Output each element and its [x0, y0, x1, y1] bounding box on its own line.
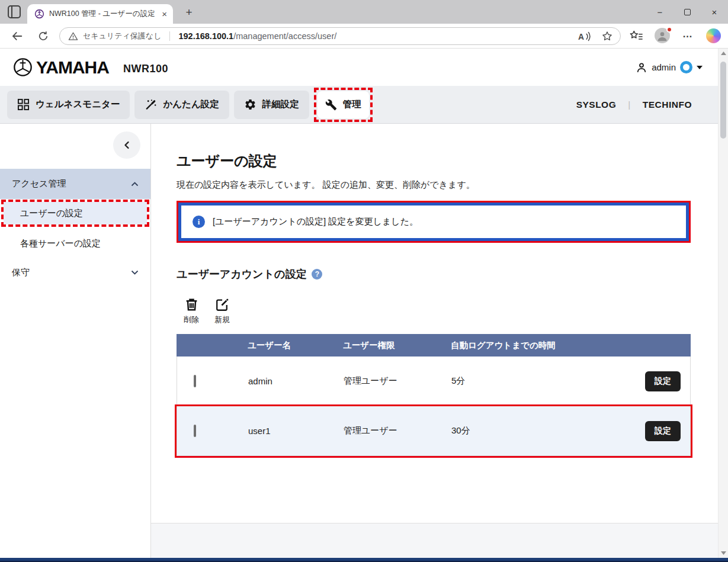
page-description: 現在の設定内容を表示しています。 設定の追加、変更、削除ができます。 — [177, 179, 691, 191]
address-bar[interactable]: セキュリティ保護なし 192.168.100.1/management/acce… — [59, 27, 621, 45]
row-checkbox[interactable] — [194, 375, 196, 387]
chevron-down-icon — [131, 270, 139, 275]
edit-new-icon — [215, 297, 230, 312]
section-title: ユーザーアカウントの設定 — [177, 267, 306, 281]
page-footer — [151, 523, 718, 562]
app-header: YAMAHA NWR100 admin — [0, 49, 718, 86]
gear-icon — [244, 98, 256, 111]
favorites-bar-button[interactable] — [629, 30, 643, 42]
cell-timeout: 30分 — [451, 425, 624, 436]
tab-actions-icon[interactable] — [8, 5, 21, 18]
annotation-box-nav-management: 管理 — [314, 88, 373, 122]
user-icon — [636, 62, 647, 73]
new-tab-button[interactable]: + — [181, 5, 197, 20]
syslog-link[interactable]: SYSLOG — [576, 99, 617, 110]
username-label: admin — [652, 62, 676, 72]
delete-label: 削除 — [184, 314, 199, 325]
read-aloud-button[interactable]: A — [578, 31, 592, 42]
cell-role: 管理ユーザー — [344, 375, 451, 387]
nav-label: 管理 — [343, 98, 361, 111]
page-title: ユーザーの設定 — [177, 152, 691, 171]
page-body: アクセス管理 ユーザーの設定 各種サーバーの設定 保守 — [0, 124, 718, 562]
favicon-yamaha-icon — [34, 9, 44, 19]
brand-text: YAMAHA — [36, 57, 109, 78]
sidebar-item-label: ユーザーの設定 — [20, 208, 83, 219]
nav-label: かんたん設定 — [163, 98, 219, 111]
table-header-row: ユーザー名 ユーザー権限 自動ログアウトまでの時間 — [177, 334, 691, 357]
sidebar-group-access-management[interactable]: アクセス管理 — [0, 169, 150, 199]
nav-advanced-settings[interactable]: 詳細設定 — [234, 91, 309, 119]
trash-icon — [184, 297, 199, 312]
row-checkbox[interactable] — [194, 425, 196, 437]
tab-close-icon[interactable]: × — [162, 9, 167, 18]
annotation-box-sidebar-user-settings: ユーザーの設定 — [1, 200, 149, 227]
browser-window: NWR100 管理 - ユーザーの設定 × + − × セキュリティ保護な — [0, 0, 728, 562]
close-button[interactable]: × — [701, 0, 728, 24]
nav-label: ウェルネスモニター — [36, 98, 120, 111]
nav-links-separator: | — [628, 99, 631, 110]
cell-role: 管理ユーザー — [344, 425, 451, 436]
sidebar-collapse-button[interactable] — [113, 131, 140, 159]
sidebar-group-label: アクセス管理 — [12, 178, 66, 190]
sidebar-item-label: 各種サーバーの設定 — [20, 238, 101, 249]
main-nav: ウェルネスモニター かんたん設定 詳細設定 管理 SYSLOG — [0, 86, 718, 124]
browser-toolbar: セキュリティ保護なし 192.168.100.1/management/acce… — [0, 24, 728, 49]
scroll-down-button[interactable] — [719, 551, 728, 555]
maximize-icon — [684, 9, 691, 15]
chevron-up-icon — [131, 182, 139, 187]
back-button[interactable] — [11, 30, 24, 43]
chevron-left-icon — [123, 141, 130, 149]
scroll-up-button[interactable] — [719, 52, 728, 55]
yamaha-brand[interactable]: YAMAHA — [13, 57, 109, 78]
url-text: 192.168.100.1/management/access/user/ — [178, 31, 336, 41]
security-label: セキュリティ保護なし — [83, 31, 161, 41]
bookmark-star-button[interactable] — [601, 30, 613, 42]
cell-username: admin — [248, 376, 344, 386]
nav-management[interactable]: 管理 — [318, 91, 369, 118]
cell-timeout: 5分 — [451, 375, 624, 387]
nav-wellness-monitor[interactable]: ウェルネスモニター — [7, 91, 130, 119]
refresh-button[interactable] — [37, 30, 49, 42]
cell-username: user1 — [248, 426, 344, 436]
notice-banner: i [ユーザーアカウントの設定] 設定を変更しました。 — [178, 203, 689, 241]
url-path: /management/access/user/ — [233, 31, 336, 41]
browser-tab[interactable]: NWR100 管理 - ユーザーの設定 × — [27, 4, 173, 24]
user-table: ユーザー名 ユーザー権限 自動ログアウトまでの時間 admin 管理ユーザー 5… — [177, 334, 691, 456]
sidebar-item-user-settings[interactable]: ユーザーの設定 — [4, 202, 147, 224]
more-menu-button[interactable]: … — [682, 28, 693, 40]
dashboard-icon — [17, 98, 30, 111]
table-row-admin: admin 管理ユーザー 5分 設定 — [177, 357, 691, 406]
sidebar-group-maintenance[interactable]: 保守 — [0, 259, 150, 286]
nav-label: 詳細設定 — [262, 98, 299, 111]
scrollbar-thumb[interactable] — [720, 62, 726, 139]
sidebar-item-server-settings[interactable]: 各種サーバーの設定 — [0, 232, 150, 255]
profile-avatar[interactable] — [655, 28, 671, 44]
notification-dot — [666, 27, 672, 33]
techinfo-link[interactable]: TECHINFO — [643, 99, 692, 110]
notice-text: [ユーザーアカウントの設定] 設定を変更しました。 — [213, 216, 418, 227]
nav-easy-setup[interactable]: かんたん設定 — [134, 91, 229, 119]
window-controls: − × — [646, 0, 728, 24]
copilot-button[interactable] — [706, 28, 721, 43]
wand-icon — [145, 98, 157, 111]
row-settings-button[interactable]: 設定 — [645, 421, 681, 441]
help-button[interactable]: ? — [312, 269, 322, 280]
caret-down-icon — [697, 66, 703, 69]
status-ring-icon — [680, 61, 692, 73]
url-host: 192.168.100.1 — [178, 31, 233, 41]
main-content: ユーザーの設定 現在の設定内容を表示しています。 設定の追加、変更、削除ができま… — [151, 124, 718, 562]
scrollbar[interactable] — [718, 49, 728, 558]
yamaha-logo-icon — [13, 57, 33, 77]
header-role: ユーザー権限 — [343, 340, 451, 351]
tab-strip: NWR100 管理 - ユーザーの設定 × + − × — [0, 0, 728, 24]
annotation-box-notice: i [ユーザーアカウントの設定] 設定を変更しました。 — [177, 201, 691, 243]
wrench-icon — [325, 99, 337, 111]
row-settings-button[interactable]: 設定 — [645, 371, 681, 391]
delete-button[interactable]: 削除 — [184, 297, 199, 325]
user-menu[interactable]: admin — [636, 61, 703, 73]
sidebar: アクセス管理 ユーザーの設定 各種サーバーの設定 保守 — [0, 124, 151, 562]
model-label: NWR100 — [123, 63, 168, 75]
maximize-button[interactable] — [674, 0, 701, 24]
new-button[interactable]: 新規 — [214, 297, 230, 325]
minimize-button[interactable]: − — [646, 0, 674, 24]
